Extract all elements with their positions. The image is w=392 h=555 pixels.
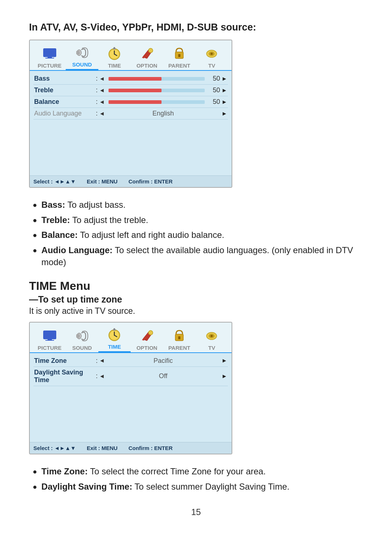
bullet-timezone: Time Zone: To select the correct Time Zo… [33,465,363,478]
audio-lang-colon: : [96,110,98,117]
time-menu-title: TIME Menu [29,279,363,293]
bass-colon: : [96,75,98,82]
footer-confirm: Confirm : ENTER [128,178,173,185]
timezone-left-arrow[interactable]: ◄ [99,357,105,364]
bass-value: 50 [207,75,220,82]
time-menu-footer: Select : ◄►▲▼ Exit : MENU Confirm : ENTE… [30,442,232,454]
time-tab-option[interactable]: OPTION [131,327,163,352]
dst-left-arrow[interactable]: ◄ [99,373,105,380]
dst-row: Daylight Saving Time : ◄ Off ► [33,367,228,386]
balance-row: Balance : ◄ 50 ► [33,96,228,108]
balance-label: Balance [34,98,96,106]
bullet-timezone-text: Time Zone: To select the correct Time Zo… [41,465,266,478]
timezone-row: Time Zone : ◄ Pacific ► [33,355,228,367]
menu-tabs-row: PICTURE SOUND [30,40,232,70]
section2-bullets: Time Zone: To select the correct Time Zo… [29,465,363,493]
treble-bar [109,89,205,92]
tab-time-label: TIME [108,62,121,69]
bass-bar-fill [109,77,162,81]
time-tab-time[interactable]: TIME [98,326,131,352]
time-footer-select: Select : ◄►▲▼ [33,445,76,451]
tv-icon [203,45,220,62]
time-sound-icon [74,327,90,344]
sound-menu-footer: Select : ◄►▲▼ Exit : MENU Confirm : ENTE… [30,175,232,187]
dst-value: Off [106,372,220,380]
svg-rect-13 [178,54,180,57]
treble-left-arrow[interactable]: ◄ [99,87,105,94]
footer-exit: Exit : MENU [87,178,118,185]
treble-bar-fill [109,89,162,92]
balance-left-arrow[interactable]: ◄ [99,99,105,105]
svg-rect-30 [178,336,180,339]
svg-point-27 [114,328,115,330]
time-tab-time-label: TIME [108,344,121,350]
svg-point-16 [211,53,213,55]
tab-parent[interactable]: PARENT [163,45,195,70]
bass-left-arrow[interactable]: ◄ [99,76,105,82]
timezone-value: Pacific [106,357,220,365]
page-number: 15 [29,507,363,517]
tab-option[interactable]: OPTION [131,45,163,70]
tab-option-label: OPTION [136,62,158,69]
bullet-balance-bold: Balance: [41,230,78,240]
time-tab-picture-label: PICTURE [38,345,62,351]
bullet-treble-text: Treble: To adjust the treble. [41,214,148,226]
bullet-audio-language-bold: Audio Language: [41,245,113,255]
audio-language-row: Audio Language : ◄ English ► [33,108,228,119]
svg-point-33 [211,335,213,337]
tab-tv[interactable]: TV [196,45,228,70]
audio-lang-right-arrow[interactable]: ► [221,110,227,117]
dst-right-arrow[interactable]: ► [221,373,227,380]
timezone-colon: : [96,357,98,365]
svg-rect-2 [45,58,54,58]
bass-right-arrow[interactable]: ► [221,76,227,82]
time-icon [106,45,123,62]
footer-select: Select : ◄►▲▼ [33,178,76,185]
tab-picture-label: PICTURE [38,62,62,69]
dst-colon: : [96,372,98,380]
bullet-treble-bold: Treble: [41,215,70,225]
parent-icon [171,45,188,62]
section2: TIME Menu —To set up time zone It is onl… [29,279,363,493]
time-tab-tv-label: TV [208,345,215,351]
timezone-label: Time Zone [34,357,96,365]
time-tab-parent-label: PARENT [168,345,191,351]
section1-bullets: Bass: To adjust bass. Treble: To adjust … [29,199,363,268]
svg-rect-17 [43,331,56,339]
bullet-bass: Bass: To adjust bass. [33,199,363,211]
bullet-balance: Balance: To adjust left and right audio … [33,229,363,241]
time-tab-parent[interactable]: PARENT [163,327,195,352]
svg-point-11 [148,48,153,53]
treble-value: 50 [207,86,220,94]
audio-lang-left-arrow[interactable]: ◄ [99,110,105,117]
timezone-right-arrow[interactable]: ► [221,357,227,364]
sound-icon [74,44,90,61]
balance-right-arrow[interactable]: ► [221,99,227,105]
treble-label: Treble [34,86,96,94]
time-tab-sound-label: SOUND [72,345,92,351]
time-time-icon [106,326,123,343]
svg-rect-0 [43,48,56,57]
time-tv-icon [203,327,220,344]
bullet-dst: Daylight Saving Time: To select summer D… [33,481,363,493]
tab-tv-label: TV [208,62,215,69]
time-option-icon [139,327,155,344]
svg-point-10 [114,47,115,49]
time-tab-picture[interactable]: PICTURE [33,327,66,352]
time-tab-tv[interactable]: TV [196,327,228,352]
svg-rect-19 [45,340,54,341]
bass-bar [109,77,205,81]
dst-label: Daylight Saving Time [34,369,96,384]
time-menu-desc: It is only active in TV source. [29,306,363,316]
bass-label: Bass [34,75,96,82]
treble-row: Treble : ◄ 50 ► [33,85,228,96]
tab-time[interactable]: TIME [98,45,131,70]
treble-right-arrow[interactable]: ► [221,87,227,94]
empty-rows-1 [33,119,228,174]
balance-bar-fill [109,100,162,104]
time-tab-sound[interactable]: SOUND [66,327,98,352]
tab-picture[interactable]: PICTURE [33,45,66,70]
time-parent-icon [171,327,188,344]
svg-rect-4 [76,51,80,54]
tab-sound[interactable]: SOUND [66,44,98,70]
